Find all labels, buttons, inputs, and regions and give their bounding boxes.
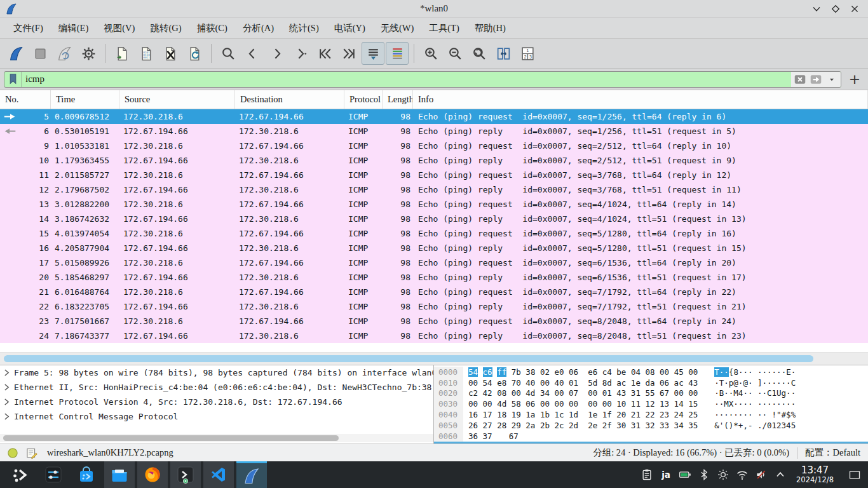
hex-row[interactable]: 001000 54 e8 70 40 00 40 01 5d 8d ac 1e … xyxy=(434,377,868,388)
taskbar-app-firefox[interactable] xyxy=(137,461,168,488)
taskbar-app-vscode[interactable] xyxy=(203,461,234,488)
taskbar-clock[interactable]: 13:47 2024/12/8 xyxy=(791,466,839,484)
start-capture-button[interactable] xyxy=(4,42,27,65)
filter-bookmark-button[interactable] xyxy=(4,72,22,87)
column-header-protocol[interactable]: Protocol xyxy=(344,90,383,109)
packet-list-hscrollbar[interactable] xyxy=(0,352,868,365)
column-header-info[interactable]: Info xyxy=(413,90,868,109)
menu-item-file[interactable]: 文件(F) xyxy=(6,20,50,37)
packet-row[interactable]: 101.179363455172.67.194.66172.30.218.6IC… xyxy=(0,153,868,168)
filter-apply-button[interactable] xyxy=(809,74,823,85)
scrollbar-thumb[interactable] xyxy=(3,435,339,441)
packet-row[interactable]: 112.011585727172.30.218.6172.67.194.66IC… xyxy=(0,168,868,182)
packet-row[interactable]: 205.185468297172.67.194.66172.30.218.6IC… xyxy=(0,270,868,285)
column-header-no[interactable]: No. xyxy=(0,90,51,109)
menu-item-help[interactable]: 帮助(H) xyxy=(468,20,513,37)
menu-item-telephony[interactable]: 电话(Y) xyxy=(327,20,372,37)
packet-row[interactable]: 175.015089926172.30.218.6172.67.194.66IC… xyxy=(0,255,868,270)
column-header-time[interactable]: Time xyxy=(51,90,119,109)
packet-row[interactable]: 164.205877904172.67.194.66172.30.218.6IC… xyxy=(0,241,868,255)
detail-tree-item[interactable]: Internet Protocol Version 4, Src: 172.30… xyxy=(0,395,433,409)
tray-battery-button[interactable] xyxy=(677,466,693,483)
column-header-destination[interactable]: Destination xyxy=(235,90,344,109)
detail-tree-item[interactable]: Internet Control Message Protocol xyxy=(0,409,433,424)
menu-item-edit[interactable]: 编辑(E) xyxy=(51,20,96,37)
column-header-source[interactable]: Source xyxy=(119,90,235,109)
packet-row[interactable]: 143.186742632172.67.194.66172.30.218.6IC… xyxy=(0,212,868,226)
taskbar-app-system-settings[interactable] xyxy=(38,461,69,488)
filter-clear-button[interactable] xyxy=(793,74,807,85)
find-packet-button[interactable] xyxy=(217,42,240,65)
resize-columns-button[interactable] xyxy=(492,42,515,65)
go-last-button[interactable] xyxy=(337,42,360,65)
go-first-button[interactable] xyxy=(313,42,336,65)
maximize-button[interactable] xyxy=(829,2,843,16)
details-hscrollbar[interactable] xyxy=(0,434,433,442)
menu-item-wireless[interactable]: 无线(W) xyxy=(374,20,421,37)
column-header-length[interactable]: Length xyxy=(383,90,413,109)
tray-volume-muted-button[interactable] xyxy=(753,466,770,483)
go-back-button[interactable] xyxy=(241,42,264,65)
tray-bluetooth-button[interactable] xyxy=(696,466,712,483)
tray-brightness-button[interactable] xyxy=(715,466,731,483)
normal-size-button[interactable]: 123 xyxy=(516,42,539,65)
taskbar-app-app-launcher[interactable] xyxy=(5,461,36,488)
close-button[interactable] xyxy=(848,2,862,16)
packet-row[interactable]: 122.179687502172.67.194.66172.30.218.6IC… xyxy=(0,182,868,197)
tray-chevron-up-button[interactable] xyxy=(772,466,789,483)
tray-wifi-button[interactable] xyxy=(734,466,750,483)
colorize-button[interactable] xyxy=(386,42,409,65)
restart-capture-button[interactable] xyxy=(53,42,76,65)
zoom-out-button[interactable] xyxy=(444,42,466,65)
capture-options-button[interactable] xyxy=(77,42,100,65)
save-file-button[interactable]: 010101100011 xyxy=(135,42,158,65)
show-desktop-button[interactable] xyxy=(845,468,864,481)
packet-row[interactable]: 216.016488764172.30.218.6172.67.194.66IC… xyxy=(0,285,868,299)
expand-chevron-icon[interactable] xyxy=(4,412,10,421)
go-forward-button[interactable] xyxy=(265,42,288,65)
menu-item-analyze[interactable]: 分析(A) xyxy=(236,20,281,37)
menu-item-view[interactable]: 视图(V) xyxy=(97,20,142,37)
hex-row[interactable]: 006036 3767 xyxy=(434,431,868,442)
input-method-indicator[interactable]: ja xyxy=(658,470,674,480)
go-to-packet-button[interactable] xyxy=(289,42,312,65)
hex-row[interactable]: 000054 c6 ff 7b 38 02 e0 06 e6 c4 be 04 … xyxy=(434,367,868,377)
packet-row[interactable]: 133.012882200172.30.218.6172.67.194.66IC… xyxy=(0,197,868,212)
scrollbar-thumb[interactable] xyxy=(4,355,813,362)
menu-item-capture[interactable]: 捕获(C) xyxy=(190,20,234,37)
expand-chevron-icon[interactable] xyxy=(4,398,10,406)
expand-chevron-icon[interactable] xyxy=(4,383,10,391)
packet-row[interactable]: 50.009678512172.30.218.6172.67.194.66ICM… xyxy=(0,109,868,124)
packet-row[interactable]: 247.186743377172.67.194.66172.30.218.6IC… xyxy=(0,329,868,343)
minimize-button[interactable] xyxy=(810,2,824,16)
menu-item-statistics[interactable]: 统计(S) xyxy=(282,20,326,37)
add-filter-button-button[interactable]: + xyxy=(846,71,863,88)
hex-row[interactable]: 003000 00 4d 58 06 00 00 00 00 00 10 11 … xyxy=(434,398,868,409)
auto-scroll-button[interactable] xyxy=(362,42,384,65)
packet-row[interactable]: 226.183223705172.67.194.66172.30.218.6IC… xyxy=(0,299,868,314)
hex-row[interactable]: 004016 17 18 19 1a 1b 1c 1d 1e 1f 20 21 … xyxy=(434,409,868,420)
taskbar-app-discover[interactable] xyxy=(71,461,102,488)
close-file-button[interactable] xyxy=(159,42,182,65)
taskbar-app-terminal[interactable] xyxy=(170,461,201,488)
taskbar-app-file-manager[interactable] xyxy=(104,461,135,488)
packet-row[interactable]: 237.017501667172.30.218.6172.67.194.66IC… xyxy=(0,314,868,329)
zoom-in-button[interactable] xyxy=(419,42,442,65)
expand-chevron-icon[interactable] xyxy=(4,369,10,377)
detail-tree-item[interactable]: Frame 5: 98 bytes on wire (784 bits), 98… xyxy=(0,365,433,380)
taskbar-app-wireshark[interactable] xyxy=(236,461,267,488)
display-filter-input[interactable]: icmp xyxy=(22,72,791,87)
detail-tree-item[interactable]: Ethernet II, Src: HonHaiPrecis_c4:be:04 … xyxy=(0,380,433,395)
zoom-reset-button[interactable] xyxy=(468,42,491,65)
tray-clipboard-button[interactable] xyxy=(639,466,655,483)
hex-row[interactable]: 005026 27 28 29 2a 2b 2c 2d 2e 2f 30 31 … xyxy=(434,420,868,431)
open-file-button[interactable] xyxy=(111,42,133,65)
packet-row[interactable]: 91.010533181172.30.218.6172.67.194.66ICM… xyxy=(0,139,868,153)
menu-item-go[interactable]: 跳转(G) xyxy=(143,20,188,37)
packet-row[interactable]: 60.530105191172.67.194.66172.30.218.6ICM… xyxy=(0,124,868,139)
menu-item-tools[interactable]: 工具(T) xyxy=(422,20,466,37)
filter-dropdown-button[interactable] xyxy=(825,74,839,85)
hex-row[interactable]: 0020c2 42 08 00 4d 34 00 07 00 01 43 31 … xyxy=(434,388,868,399)
expert-info-icon[interactable] xyxy=(6,447,19,459)
reload-file-button[interactable] xyxy=(183,42,206,65)
